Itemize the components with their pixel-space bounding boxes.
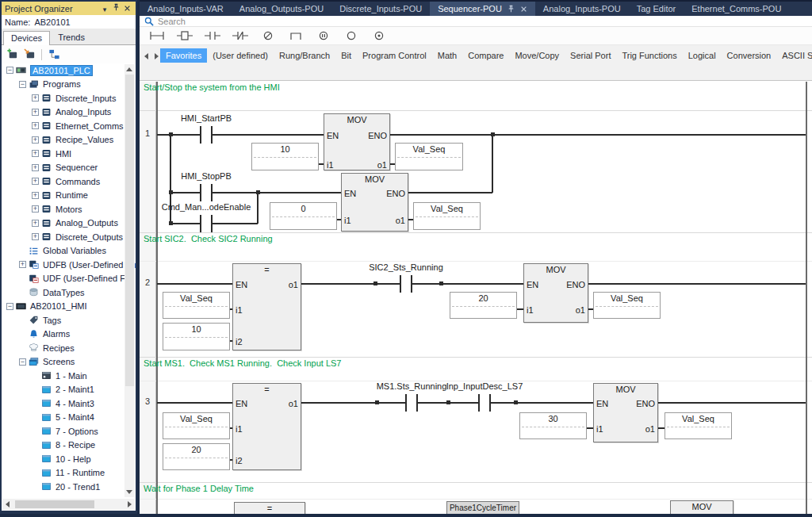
tree-item-datatypes[interactable]: DataTypes [2, 285, 136, 300]
instance-plate-phase1cycletimer[interactable]: Phase1CycleTimer [446, 501, 519, 514]
ladder-param-10[interactable]: 10 [163, 323, 230, 350]
rung-comment[interactable]: Start SIC2. Check SIC2 Running [144, 234, 273, 243]
search-bar[interactable]: Search [140, 16, 812, 27]
instruction-block-icon[interactable] [175, 29, 194, 42]
rung-comment[interactable]: Start MS1. Check MS1 Running. Check Inpu… [144, 358, 341, 368]
category-move-copy[interactable]: Move/Copy [509, 48, 565, 63]
tree-item-recipe-values[interactable]: +Recipe_Values [2, 133, 136, 147]
tree-item-7-options[interactable]: 7 - Options [2, 424, 136, 438]
close-icon[interactable] [121, 3, 132, 13]
contact-bar[interactable] [211, 215, 213, 232]
expander-icon[interactable]: − [19, 81, 26, 88]
ladder-block-[interactable]: =ENi1i2o1 [232, 263, 301, 350]
scroll-left-icon[interactable] [144, 53, 148, 59]
category-logical[interactable]: Logical [683, 48, 722, 63]
rung-comment[interactable]: Start/Stop the system from the HMI [144, 82, 280, 92]
scroll-left-icon[interactable] [6, 501, 10, 507]
tree-item-ethernet-comms[interactable]: +Ethernet_Comms [2, 119, 136, 133]
expander-icon[interactable]: + [32, 205, 39, 213]
contact-bar[interactable] [200, 184, 201, 201]
reverse-contact-icon[interactable] [231, 29, 250, 42]
category-math[interactable]: Math [432, 48, 462, 63]
pin-icon[interactable] [507, 5, 515, 13]
category-conversion[interactable]: Conversion [722, 48, 777, 63]
tree-item-tags[interactable]: Tags [2, 313, 136, 327]
ladder-param-val-seq[interactable]: Val_Seq [163, 292, 230, 319]
scroll-right-icon[interactable] [128, 501, 132, 507]
category-compare[interactable]: Compare [462, 48, 509, 63]
editor-tab-tag-editor[interactable]: Tag Editor [629, 2, 684, 16]
tree-item-discrete-outputs[interactable]: +Discrete_Outputs [2, 230, 136, 244]
ladder-param-20[interactable]: 20 [163, 443, 230, 470]
contact-label-hmi-startpb[interactable]: HMI_StartPB [147, 113, 266, 123]
scroll-up-icon[interactable] [126, 67, 132, 71]
tree-item-sequencer[interactable]: +Sequencer [2, 161, 136, 175]
rung-comment[interactable]: Wait for Phase 1 Delay Time [144, 484, 254, 493]
panel-tab-trends[interactable]: Trends [50, 30, 93, 44]
set-coil-icon[interactable] [314, 29, 333, 42]
window-position-icon[interactable]: ▾ [99, 4, 110, 14]
contact-label-cmd-man-odeenable[interactable]: Cmd_Man...odeEnable [147, 202, 266, 212]
tree-item-commands[interactable]: +Commands [2, 174, 136, 189]
contact-bar[interactable] [416, 394, 418, 412]
expander-icon[interactable]: + [32, 233, 39, 240]
tree-vertical-scrollbar[interactable] [124, 64, 135, 497]
expander-icon[interactable]: − [6, 67, 13, 74]
expander-icon[interactable]: − [6, 303, 13, 310]
scrollbar-thumb[interactable] [15, 500, 94, 508]
scrollbar-thumb[interactable] [125, 75, 134, 386]
editor-tab-discrete-inputs-pou[interactable]: Discrete_Inputs-POU [331, 2, 430, 16]
ladder-param-val-seq[interactable]: Val_Seq [413, 202, 481, 230]
tree-item-alarms[interactable]: Alarms [2, 327, 136, 342]
ladder-param-20[interactable]: 20 [450, 292, 517, 319]
contact-bar[interactable] [489, 394, 491, 412]
ladder-block-mov[interactable]: MOV [670, 500, 733, 514]
contact-bar[interactable] [400, 275, 401, 293]
ladder-param-30[interactable]: 30 [519, 412, 587, 439]
expander-icon[interactable]: + [32, 164, 39, 171]
tree-item-motors[interactable]: +Motors [2, 202, 136, 216]
category-bit[interactable]: Bit [335, 48, 357, 63]
direct-coil-icon[interactable] [342, 29, 361, 42]
editor-tab-ethernet-comms-pou[interactable]: Ethernet_Comms-POU [684, 2, 789, 16]
editor-tab-analog-outputs-pou[interactable]: Analog_Outputs-POU [232, 2, 331, 16]
tree-item-10-help[interactable]: 10 - Help [2, 452, 136, 466]
contact-bar[interactable] [200, 215, 201, 232]
tree-item-1-main[interactable]: 1 - Main [2, 369, 136, 383]
category-rung-branch[interactable]: Rung/Branch [274, 48, 335, 63]
contact-label-hmi-stoppb[interactable]: HMI_StopPB [147, 171, 266, 181]
contact-label-inp-inputdesc-ls7[interactable]: Inp_InputDesc_LS7 [425, 381, 544, 391]
scroll-right-icon[interactable] [155, 53, 159, 59]
category-user-defined[interactable]: (User defined) [207, 48, 274, 63]
category-favorites[interactable]: Favorites [160, 48, 207, 63]
project-tree[interactable]: −AB20101_PLC−Programs+Discrete_Inputs+An… [2, 63, 136, 511]
pin-icon[interactable] [110, 2, 121, 13]
tree-item-20-trend1[interactable]: 20 - Trend1 [2, 480, 136, 494]
expander-icon[interactable]: + [32, 136, 39, 144]
contact-label-sic2-sts-running[interactable]: SIC2_Sts_Running [347, 262, 465, 272]
topology-icon[interactable] [47, 48, 61, 61]
tree-item-2-maint1[interactable]: 2 - Maint1 [2, 383, 136, 397]
tree-item-recipes[interactable]: Recipes [2, 341, 136, 355]
ladder-block-mov[interactable]: MOVENi1ENOo1 [341, 173, 408, 232]
scroll-down-icon[interactable] [126, 490, 132, 494]
import-device-icon[interactable] [22, 48, 36, 61]
editor-tab-analog-inputs-pou[interactable]: Analog_Inputs-POU [535, 2, 629, 16]
editor-tab-analog-inputs-var[interactable]: Analog_Inputs-VAR [140, 2, 232, 16]
contact-bar[interactable] [405, 394, 407, 412]
tree-horizontal-scrollbar[interactable] [2, 499, 135, 510]
tree-item-discrete-inputs[interactable]: +Discrete_Inputs [2, 91, 136, 105]
add-device-icon[interactable] [5, 48, 19, 61]
ladder-param-val-seq[interactable]: Val_Seq [593, 292, 661, 319]
branch-icon[interactable] [286, 29, 305, 42]
direct-contact-icon[interactable] [203, 29, 222, 42]
expander-icon[interactable]: − [19, 358, 26, 366]
expander-icon[interactable]: + [32, 178, 39, 185]
contact-bar[interactable] [211, 184, 213, 201]
expander-icon[interactable]: + [32, 150, 39, 157]
tree-item-udf-user-defined-fur[interactable]: UDF (User-Defined Fur [2, 272, 136, 286]
close-icon[interactable] [520, 6, 527, 13]
category-trig-functions[interactable]: Trig Functions [616, 48, 682, 63]
expander-icon[interactable]: + [32, 122, 39, 129]
contact-bar[interactable] [478, 394, 480, 412]
